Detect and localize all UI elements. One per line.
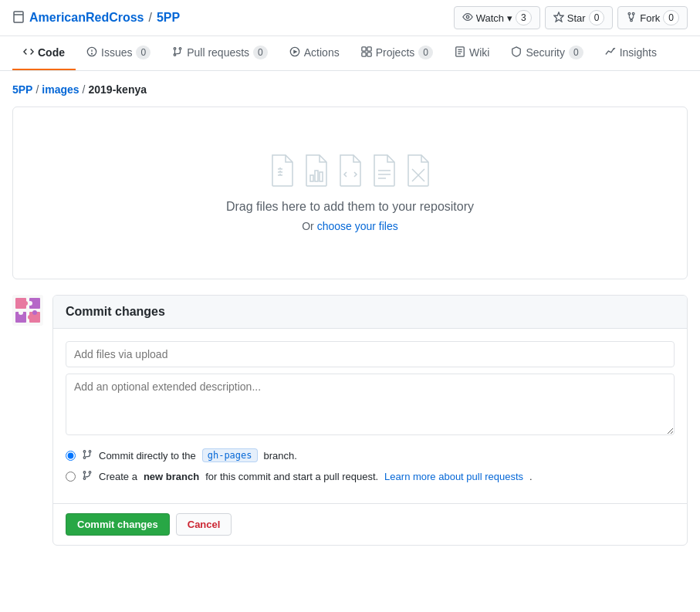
fork-icon — [626, 12, 637, 25]
breadcrumb-middle[interactable]: images — [42, 83, 79, 96]
svg-rect-19 — [367, 46, 371, 50]
tab-security[interactable]: Security 0 — [500, 36, 593, 70]
cancel-button[interactable]: Cancel — [176, 513, 232, 536]
repo-nav: Code Issues 0 — [0, 36, 700, 71]
svg-rect-0 — [14, 12, 23, 22]
svg-rect-46 — [19, 310, 23, 315]
star-button[interactable]: Star 0 — [545, 6, 614, 29]
svg-point-51 — [83, 456, 86, 458]
repo-icon — [12, 11, 25, 25]
svg-point-14 — [179, 47, 181, 49]
commit-title: Commit changes — [66, 305, 165, 318]
tab-wiki[interactable]: Wiki — [444, 37, 500, 70]
commit-form: Commit changes — [52, 295, 688, 546]
star-count: 0 — [589, 10, 605, 25]
svg-rect-18 — [362, 46, 366, 50]
breadcrumb-current: 2019-kenya — [89, 83, 147, 96]
watch-button[interactable]: Watch ▾ 3 — [454, 6, 540, 29]
breadcrumb-sep2: / — [83, 83, 86, 96]
new-branch-bold: new branch — [144, 471, 199, 482]
direct-commit-suffix: branch. — [264, 450, 297, 462]
svg-rect-21 — [367, 52, 371, 56]
repo-title: AmericanRedCross / 5PP — [12, 11, 180, 25]
drop-main-text: Drag files here to add them to your repo… — [29, 200, 671, 214]
issues-icon — [86, 46, 97, 59]
avatar — [12, 295, 43, 326]
watch-label: Watch — [476, 12, 504, 24]
commit-form-header: Commit changes — [53, 296, 687, 329]
fork-count: 0 — [663, 10, 679, 25]
repo-org-link[interactable]: AmericanRedCross — [29, 11, 144, 25]
eye-icon — [462, 12, 473, 25]
repo-actions: Watch ▾ 3 Star 0 — [454, 6, 688, 29]
tab-issues-label: Issues — [101, 46, 132, 59]
drop-file-icons — [29, 154, 671, 188]
repo-separator: / — [149, 11, 152, 25]
svg-point-55 — [83, 478, 86, 480]
tab-actions-label: Actions — [304, 46, 340, 59]
branch-icon — [82, 449, 93, 462]
tab-issues[interactable]: Issues 0 — [76, 36, 161, 70]
watch-count: 3 — [516, 10, 532, 25]
svg-rect-33 — [315, 171, 318, 181]
svg-rect-49 — [32, 310, 37, 315]
commit-form-footer: Commit changes Cancel — [53, 503, 687, 545]
commit-changes-button[interactable]: Commit changes — [66, 513, 170, 536]
svg-point-5 — [633, 12, 635, 15]
svg-rect-20 — [362, 52, 366, 56]
svg-point-4 — [628, 12, 631, 15]
pr-link-suffix: . — [529, 471, 533, 482]
pr-badge: 0 — [253, 46, 268, 59]
branch-name-tag: gh-pages — [202, 448, 258, 462]
tab-insights-label: Insights — [620, 46, 657, 59]
direct-commit-radio[interactable] — [66, 451, 76, 461]
tab-code[interactable]: Code — [12, 37, 76, 70]
insights-icon — [605, 46, 616, 59]
repo-name-link[interactable]: 5PP — [157, 11, 180, 25]
commit-section: Commit changes — [12, 295, 688, 546]
fork-label: Fork — [640, 12, 660, 24]
pr-learn-more-link[interactable]: Learn more about pull requests — [384, 471, 523, 482]
tab-pr-label: Pull requests — [187, 46, 249, 59]
choose-files-link[interactable]: choose your files — [317, 220, 398, 232]
pr-icon-small — [82, 470, 93, 483]
tab-actions[interactable]: Actions — [279, 37, 350, 70]
tab-wiki-label: Wiki — [469, 46, 489, 59]
actions-icon — [289, 46, 300, 59]
svg-rect-48 — [28, 315, 32, 320]
drop-or-text: Or choose your files — [29, 220, 671, 232]
breadcrumb: 5PP / images / 2019-kenya — [12, 83, 688, 96]
tab-projects[interactable]: Projects 0 — [350, 36, 444, 70]
new-branch-radio[interactable] — [66, 472, 76, 482]
tab-pull-requests[interactable]: Pull requests 0 — [161, 36, 279, 70]
tab-projects-label: Projects — [376, 46, 415, 59]
security-badge: 0 — [569, 46, 583, 59]
fork-button[interactable]: Fork 0 — [617, 6, 688, 29]
commit-message-input[interactable] — [66, 341, 675, 367]
svg-point-56 — [89, 472, 91, 474]
repo-header: AmericanRedCross / 5PP Watch ▾ 3 — [0, 0, 700, 36]
svg-point-52 — [89, 450, 91, 452]
svg-rect-32 — [310, 175, 313, 181]
direct-commit-prefix: Commit directly to the — [99, 450, 196, 462]
content-area: 5PP / images / 2019-kenya — [0, 71, 700, 558]
breadcrumb-root[interactable]: 5PP — [12, 83, 32, 96]
projects-icon — [361, 46, 372, 59]
svg-rect-42 — [23, 301, 28, 306]
tab-insights[interactable]: Insights — [594, 37, 668, 70]
svg-rect-44 — [28, 301, 32, 306]
projects-badge: 0 — [418, 46, 433, 59]
svg-point-54 — [83, 472, 86, 474]
file-drop-area[interactable]: Drag files here to add them to your repo… — [12, 107, 688, 279]
svg-point-12 — [174, 47, 176, 49]
svg-point-2 — [466, 15, 469, 19]
wiki-icon — [455, 46, 465, 59]
breadcrumb-sep1: / — [36, 83, 39, 96]
commit-options: Commit directly to the gh-pages branch. — [66, 448, 675, 483]
tab-code-label: Code — [38, 46, 65, 59]
new-branch-prefix: Create a — [99, 471, 137, 482]
new-branch-middle: for this commit and start a pull request… — [205, 471, 378, 482]
star-icon — [553, 12, 564, 25]
svg-point-11 — [92, 53, 93, 54]
commit-description-textarea[interactable] — [66, 374, 675, 435]
